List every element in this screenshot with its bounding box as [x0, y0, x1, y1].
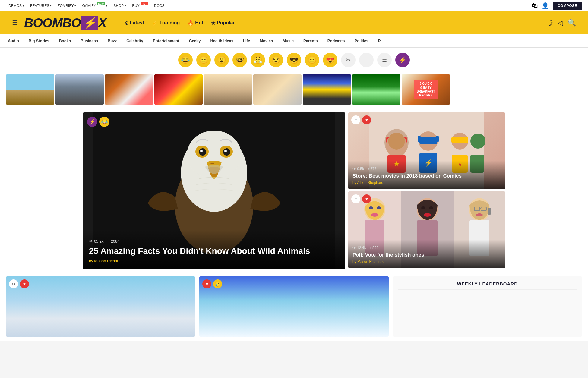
trending-icon: ⚡: [152, 20, 158, 26]
nav-shop-label: SHOP: [113, 4, 124, 8]
strip-image-gifts[interactable]: [154, 74, 203, 105]
emoji-row: 😂 😑 😮 🤓 😤 😒 😎 😑 😍 ✂ ≡ ☰ ⚡: [0, 48, 588, 72]
svg-point-14: [388, 133, 405, 150]
nav-features-label: FEATURES: [30, 4, 49, 8]
heart-badge2: ♥: [362, 194, 371, 203]
category-books[interactable]: Books: [54, 34, 76, 47]
side-articles: ★ ⚡ ★ ≡ ♥: [348, 112, 505, 269]
nav-features[interactable]: FEATURES ▾: [28, 2, 54, 10]
compose-button[interactable]: COMPOSE: [553, 2, 582, 10]
category-music[interactable]: Music: [278, 34, 299, 47]
strip-image-city[interactable]: [303, 74, 351, 105]
scissors-badge: ✂: [9, 279, 18, 288]
svg-point-35: [377, 206, 381, 209]
category-nav: Audio Big Stories Books Business Buzz Ce…: [0, 34, 588, 48]
strip-image-girl[interactable]: [105, 74, 153, 105]
emoji-neutral[interactable]: 😑: [196, 53, 211, 67]
list-badge2: ≡: [351, 194, 360, 203]
emoji-unamused[interactable]: 😒: [269, 53, 283, 67]
side-card-comics[interactable]: ★ ⚡ ★ ≡ ♥: [348, 112, 505, 189]
bottom-card-sky[interactable]: ✂ ♥: [6, 276, 195, 337]
nav-gamify[interactable]: GAMIFY NEW ▾: [80, 2, 110, 10]
strip-image-room[interactable]: [204, 74, 252, 105]
emoji-cool[interactable]: 😎: [287, 53, 301, 67]
content-grid: ⚡ 😂 👁 65.2k ↑ 2084 25 Amazing Facts You …: [83, 112, 505, 269]
nav-buy[interactable]: BUY HOT: [130, 2, 150, 10]
emoji-menu[interactable]: ☰: [377, 53, 392, 67]
bottom-card-clouds[interactable]: ♥ 😢: [199, 276, 388, 337]
category-movies[interactable]: Movies: [255, 34, 278, 47]
category-health-ideas[interactable]: Health Ideas: [205, 34, 238, 47]
category-audio[interactable]: Audio: [3, 34, 24, 47]
category-geeky[interactable]: Geeky: [184, 34, 205, 47]
nav-zombify[interactable]: ZOMBIFY ▾: [55, 2, 78, 10]
logo[interactable]: BOOMBO ⚡ X: [24, 16, 106, 30]
chevron-icon: ▾: [50, 4, 52, 7]
list-badge: ≡: [351, 115, 360, 124]
strip-image-food[interactable]: 5 QUICK& EASYBREAKFASTRECIPES: [402, 74, 450, 105]
share-icon[interactable]: ◁: [558, 19, 563, 27]
side-card2-author: by Mason Richards: [352, 260, 501, 264]
emoji-nerd[interactable]: 🤓: [232, 53, 247, 67]
emoji-angry[interactable]: 😤: [251, 53, 265, 67]
logo-text1: BOOMBO: [24, 16, 81, 30]
strip-image-bridge[interactable]: [6, 74, 54, 105]
bottom-card1-badges: ✂ ♥: [9, 279, 29, 288]
svg-rect-18: [436, 136, 439, 142]
emoji-heart-eyes[interactable]: 😍: [323, 53, 337, 67]
header-right: ☽ ◁ 🔍: [546, 18, 576, 28]
search-icon[interactable]: 🔍: [568, 19, 576, 27]
category-more[interactable]: P...: [373, 34, 388, 47]
nav-more[interactable]: ⋮: [168, 2, 176, 10]
category-entertainment[interactable]: Entertainment: [148, 34, 184, 47]
emoji-scissors[interactable]: ✂: [341, 53, 356, 67]
moon-icon[interactable]: ☽: [546, 18, 553, 28]
nav-popular[interactable]: ★ Popular: [208, 18, 238, 28]
user-icon[interactable]: 👤: [542, 2, 549, 9]
strip-image-tent[interactable]: [352, 74, 400, 105]
featured-title: 25 Amazing Facts You Didn't Know About W…: [89, 246, 339, 256]
nav-demos[interactable]: DEMOS ▾: [6, 2, 27, 10]
category-politics[interactable]: Politics: [350, 34, 373, 47]
chevron-icon: ▾: [23, 4, 24, 7]
category-parents[interactable]: Parents: [299, 34, 323, 47]
leaderboard-title: WEEKLY LEADERBOARD: [398, 281, 577, 290]
svg-rect-16: [419, 137, 437, 144]
emoji-expressionless[interactable]: 😑: [305, 53, 319, 67]
category-big-stories[interactable]: Big Stories: [24, 34, 54, 47]
nav-docs-label: DOCS: [154, 4, 165, 8]
emoji-surprised[interactable]: 😮: [214, 53, 229, 67]
strip-image-couple[interactable]: [253, 74, 302, 105]
category-life[interactable]: Life: [238, 34, 255, 47]
strip-image-london[interactable]: [55, 74, 104, 105]
logo-text2: X: [98, 16, 106, 30]
nav-shop[interactable]: SHOP ▾: [111, 2, 128, 10]
svg-point-7: [223, 148, 230, 156]
category-buzz[interactable]: Buzz: [103, 34, 122, 47]
nav-trending-label: Trending: [160, 20, 180, 26]
hamburger-icon[interactable]: ☰: [12, 19, 18, 27]
svg-rect-20: [451, 137, 468, 143]
category-podcasts[interactable]: Podcasts: [323, 34, 350, 47]
nav-gamify-label: GAMIFY: [82, 4, 96, 8]
cart-icon[interactable]: 🛍: [532, 2, 538, 9]
featured-article[interactable]: ⚡ 😂 👁 65.2k ↑ 2084 25 Amazing Facts You …: [83, 112, 345, 269]
nav-docs[interactable]: DOCS: [152, 2, 167, 10]
side-card2-views: 👁 12.4k: [352, 246, 366, 250]
category-business[interactable]: Business: [76, 34, 103, 47]
side-card-poll[interactable]: ≡ ♥ 👁 12.4k ↑ 596 Poll: Vote for the sty…: [348, 191, 505, 268]
emoji-list[interactable]: ≡: [359, 53, 374, 67]
svg-point-33: [371, 213, 378, 217]
emoji-lightning[interactable]: ⚡: [395, 53, 410, 67]
nav-trending[interactable]: ⚡ Trending: [149, 18, 183, 28]
nav-latest[interactable]: ⊙ Latest: [122, 18, 147, 28]
emoji-laugh[interactable]: 😂: [178, 53, 193, 67]
featured-votes: ↑ 2084: [108, 239, 119, 244]
hot-badge: HOT: [141, 2, 148, 5]
main-content: ⚡ 😂 👁 65.2k ↑ 2084 25 Amazing Facts You …: [0, 109, 588, 272]
category-celebrity[interactable]: Celebrity: [122, 34, 148, 47]
nav-zombify-label: ZOMBIFY: [58, 4, 74, 8]
popular-icon: ★: [211, 20, 215, 26]
featured-author: by Mason Richards: [89, 259, 339, 263]
nav-hot[interactable]: 🔥 Hot: [185, 18, 206, 28]
